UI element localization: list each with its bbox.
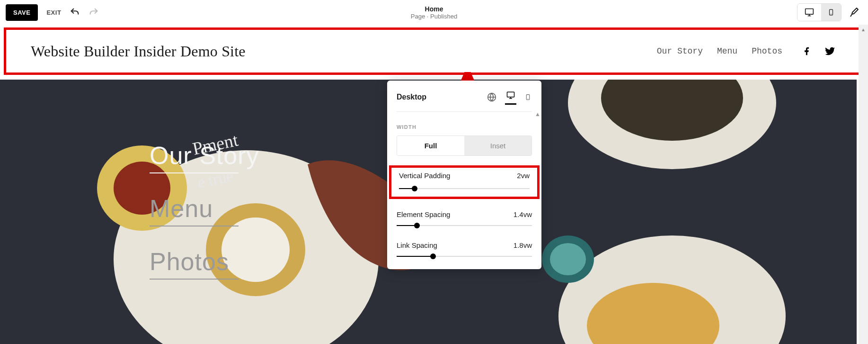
social-icons [802,46,835,56]
hero-label: Our Story [150,142,259,169]
toolbar-left: SAVE EXIT [6,4,99,21]
header-settings-panel: Desktop ▲ WIDTH Full Inset Vertical Padd… [387,81,541,269]
link-spacing-value: 1.8vw [514,241,532,249]
site-header-highlight: Website Builder Insider Demo Site Our St… [4,27,862,75]
panel-globe-tab[interactable] [486,91,497,104]
mobile-icon [828,8,834,17]
element-spacing-block: Element Spacing 1.4vw [387,202,541,233]
element-spacing-value: 1.4vw [514,210,532,218]
panel-header: Desktop [387,81,541,111]
svg-point-16 [550,243,586,275]
exit-button[interactable]: EXIT [46,9,61,16]
panel-device-tabs [486,89,532,105]
redo-button[interactable] [89,7,99,18]
paintbrush-icon [848,7,859,18]
element-spacing-slider[interactable] [397,225,532,226]
hero-label: Menu [150,195,213,222]
undo-button[interactable] [70,7,80,18]
panel-mobile-tab[interactable] [524,91,532,103]
svg-rect-23 [507,92,514,97]
redo-icon [89,7,99,18]
link-spacing-block: Link Spacing 1.8vw [387,233,541,263]
slider-header: Element Spacing 1.4vw [397,210,532,218]
vertical-padding-highlight: Vertical Padding 2vw [389,165,540,199]
editor-toolbar: SAVE EXIT Home Page · Published [0,0,868,25]
width-full-option[interactable]: Full [397,136,464,155]
page-title: Home [411,5,457,13]
slider-thumb[interactable] [430,253,436,259]
page-status: Page · Published [411,13,457,20]
facebook-icon[interactable] [802,46,812,56]
globe-icon [487,92,496,102]
site-header[interactable]: Website Builder Insider Demo Site Our St… [6,30,860,72]
vertical-padding-slider[interactable] [399,188,530,189]
underline [150,279,239,280]
save-button[interactable]: SAVE [6,4,38,21]
device-toggle-group [797,3,841,21]
link-spacing-label: Link Spacing [397,241,437,249]
width-section-label: WIDTH [387,112,541,136]
element-spacing-label: Element Spacing [397,210,450,218]
slider-header: Vertical Padding 2vw [399,172,530,180]
nav-link-our-story[interactable]: Our Story [657,46,703,56]
page-scrollbar[interactable]: ▲ [859,25,868,344]
page-indicator: Home Page · Published [411,5,457,20]
underline [150,226,239,226]
mobile-icon [525,93,531,101]
hero-link-photos[interactable]: Photos [150,247,259,280]
svg-rect-0 [806,9,814,15]
vertical-padding-label: Vertical Padding [399,172,450,180]
twitter-icon[interactable] [825,46,835,56]
nav-link-photos[interactable]: Photos [752,46,782,56]
site-title[interactable]: Website Builder Insider Demo Site [31,43,246,60]
scroll-up-icon[interactable]: ▲ [859,25,868,34]
slider-fill [397,256,433,257]
vertical-padding-value: 2vw [517,172,530,180]
undo-icon [70,7,80,18]
underline [150,172,239,173]
hero-link-our-story[interactable]: Our Story [150,141,259,173]
slider-header: Link Spacing 1.8vw [397,241,532,249]
slider-thumb[interactable] [414,223,420,228]
svg-rect-26 [526,94,530,100]
site-nav: Our Story Menu Photos [657,46,835,56]
hero-link-menu[interactable]: Menu [150,194,259,226]
nav-link-menu[interactable]: Menu [717,46,737,56]
desktop-icon [506,91,515,100]
hero-nav-text: Our Story Menu Photos [150,141,259,280]
panel-scrollbar[interactable]: ▲ [535,111,540,265]
width-segmented-control: Full Inset [397,136,532,156]
toolbar-right [797,3,862,21]
hero-label: Photos [150,248,229,275]
link-spacing-slider[interactable] [397,256,532,257]
mobile-view-button[interactable] [821,4,841,21]
styles-button[interactable] [845,4,862,21]
scroll-up-icon[interactable]: ▲ [535,111,540,118]
slider-thumb[interactable] [412,186,417,191]
panel-title: Desktop [397,93,426,101]
width-inset-option[interactable]: Inset [464,136,531,155]
panel-desktop-tab[interactable] [505,89,516,105]
desktop-icon [804,8,815,17]
desktop-view-button[interactable] [797,4,821,21]
